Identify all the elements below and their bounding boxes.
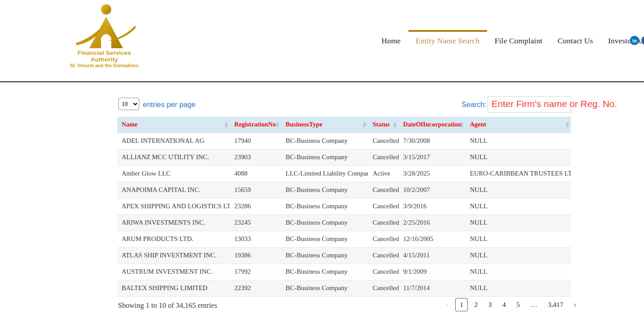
column-header-agent[interactable]: Agent▲▼ — [465, 117, 571, 133]
cell-name: ANAPOIMA CAPITAL INC. — [117, 182, 230, 198]
cell-agent: NULL — [465, 149, 571, 165]
cell-agent: EURO-CARIBBEAN TRUSTEES LTD. — [465, 165, 571, 182]
column-label: Status — [373, 121, 390, 128]
cell-businesstype: BC-Business Company — [281, 133, 368, 149]
table-summary: Showing 1 to 10 of 34,165 entries — [118, 301, 217, 310]
brand-name: Financial Services Authority — [66, 50, 142, 63]
sort-arrows-icon[interactable]: ▲▼ — [394, 122, 396, 128]
cell-name: ARUM PRODUCTS LTD. — [117, 231, 230, 247]
sort-arrows-icon[interactable]: ▲▼ — [276, 122, 279, 128]
table-row[interactable]: ARIWA INVESTMENTS INC.23245BC-Business C… — [117, 214, 571, 231]
cell-dateofincorporation: 4/15/2011 — [399, 247, 465, 264]
column-header-registrationno[interactable]: RegistrationNo▲▼ — [230, 117, 281, 133]
cell-status: Cancelled — [368, 133, 399, 149]
table-row[interactable]: BALTEX SHIPPING LIMITED22392BC-Business … — [117, 280, 571, 296]
table-row[interactable]: ARUM PRODUCTS LTD.13033BC-Business Compa… — [117, 231, 571, 247]
table-row[interactable]: ADEL INTERNATIONAL AG17940BC-Business Co… — [117, 133, 571, 149]
cell-status: Cancelled — [368, 247, 399, 264]
cell-status: Cancelled — [368, 182, 399, 198]
cell-status: Cancelled — [368, 214, 399, 231]
column-header-businesstype[interactable]: BusinessType▲▼ — [281, 117, 368, 133]
sort-arrows-icon[interactable]: ▲▼ — [461, 122, 463, 128]
pagination-next[interactable]: › — [570, 298, 580, 311]
cell-registrationno: 23245 — [230, 214, 281, 231]
cell-dateofincorporation: 10/2/2007 — [399, 182, 465, 198]
cell-businesstype: BC-Business Company — [281, 182, 368, 198]
column-label: RegistrationNo — [234, 121, 276, 128]
nav-item-entity-name-search[interactable]: Entity Name Search — [408, 36, 488, 46]
cell-businesstype: BC-Business Company — [281, 198, 368, 214]
cell-agent: NULL — [465, 214, 571, 231]
nav-item-contact-us[interactable]: Contact Us — [550, 36, 600, 46]
cell-dateofincorporation: 3/9/2016 — [399, 198, 465, 214]
column-label: DateOfIncorporation — [403, 121, 461, 128]
table-row[interactable]: Amber Glow LLC4088LLC-Limited Liability … — [117, 165, 571, 182]
table-row[interactable]: APEX SHIPPING AND LOGISTICS LTD.23286BC-… — [117, 198, 571, 214]
cell-dateofincorporation: 3/28/2025 — [399, 165, 465, 182]
table-row[interactable]: ALLIANZ MCC UTILITY INC.23903BC-Business… — [117, 149, 571, 165]
table-row[interactable]: ANAPOIMA CAPITAL INC.15659BC-Business Co… — [117, 182, 571, 198]
cell-agent: NULL — [465, 280, 571, 296]
cell-name: ALLIANZ MCC UTILITY INC. — [117, 149, 230, 165]
cell-dateofincorporation: 9/1/2009 — [399, 264, 465, 280]
fsa-figure-icon — [66, 4, 142, 50]
page-size-select[interactable]: 10 — [118, 98, 139, 110]
sort-arrows-icon[interactable]: ▲▼ — [225, 122, 228, 128]
column-header-name[interactable]: Name▲▼ — [117, 117, 230, 133]
search-input[interactable] — [488, 96, 571, 113]
pagination-ellipsis: … — [526, 298, 541, 311]
pagination-page-5[interactable]: 5 — [512, 298, 524, 311]
nav-item-home[interactable]: Home — [374, 36, 408, 46]
column-header-status[interactable]: Status▲▼ — [368, 117, 399, 133]
search-box: Enter Firm's name or Reg. No. — [488, 96, 571, 113]
cell-registrationno: 4088 — [230, 165, 281, 182]
table-row[interactable]: ATLAS SHIP INVESTMENT INC.19386BC-Busine… — [117, 247, 571, 264]
cell-businesstype: BC-Business Company — [281, 149, 368, 165]
cell-name: APEX SHIPPING AND LOGISTICS LTD. — [117, 198, 230, 214]
cell-status: Cancelled — [368, 149, 399, 165]
pagination-page-3[interactable]: 3 — [484, 298, 496, 311]
cell-businesstype: BC-Business Company — [281, 214, 368, 231]
cell-agent: NULL — [465, 198, 571, 214]
cell-businesstype: BC-Business Company — [281, 280, 368, 296]
sort-arrows-icon[interactable]: ▲▼ — [363, 122, 366, 128]
cell-agent: NULL — [465, 264, 571, 280]
cell-registrationno: 17992 — [230, 264, 281, 280]
cell-registrationno: 23903 — [230, 149, 281, 165]
cell-businesstype: LLC-Limited Liability Company — [281, 165, 368, 182]
entity-table: Name▲▼RegistrationNo▲▼BusinessType▲▼Stat… — [117, 117, 571, 297]
search-label: Search: — [461, 100, 487, 109]
column-header-dateofincorporation[interactable]: DateOfIncorporation▲▼ — [399, 117, 465, 133]
cell-status: Cancelled — [368, 198, 399, 214]
facebook-icon[interactable]: f — [641, 36, 644, 45]
cell-status: Cancelled — [368, 231, 399, 247]
cell-businesstype: BC-Business Company — [281, 231, 368, 247]
pagination-page-2[interactable]: 2 — [470, 298, 482, 311]
pagination-page-1[interactable]: 1 — [455, 298, 468, 311]
pagination-page-3-417[interactable]: 3,417 — [544, 298, 567, 311]
cell-status: Active — [368, 165, 399, 182]
table-body: ADEL INTERNATIONAL AG17940BC-Business Co… — [117, 133, 571, 296]
cell-name: AUSTRUM INVESTMENT INC. — [117, 264, 230, 280]
cell-status: Cancelled — [368, 280, 399, 296]
cell-dateofincorporation: 2/25/2016 — [399, 214, 465, 231]
cell-name: ATLAS SHIP INVESTMENT INC. — [117, 247, 230, 264]
cell-name: ARIWA INVESTMENTS INC. — [117, 214, 230, 231]
table-row[interactable]: AUSTRUM INVESTMENT INC.17992BC-Business … — [117, 264, 571, 280]
cell-name: BALTEX SHIPPING LIMITED — [117, 280, 230, 296]
brand-tagline: St. Vincent and the Grenadines — [66, 63, 142, 68]
fsa-logo[interactable]: Financial Services Authority St. Vincent… — [66, 4, 142, 68]
cell-businesstype: BC-Business Company — [281, 247, 368, 264]
pagination-page-4[interactable]: 4 — [498, 298, 510, 311]
cell-registrationno: 17940 — [230, 133, 281, 149]
table-header-row: Name▲▼RegistrationNo▲▼BusinessType▲▼Stat… — [117, 117, 571, 133]
pagination: ‹12345…3,417› — [441, 298, 581, 311]
pagination-prev[interactable]: ‹ — [442, 298, 453, 311]
nav-item-file-complaint[interactable]: File Complaint — [487, 36, 550, 46]
sort-arrows-icon[interactable]: ▲▼ — [566, 122, 569, 128]
column-label: Agent — [470, 121, 486, 128]
cell-name: Amber Glow LLC — [117, 165, 230, 182]
cell-dateofincorporation: 7/30/2008 — [399, 133, 465, 149]
cell-dateofincorporation: 3/15/2017 — [399, 149, 465, 165]
linkedin-icon[interactable]: in — [630, 36, 639, 45]
